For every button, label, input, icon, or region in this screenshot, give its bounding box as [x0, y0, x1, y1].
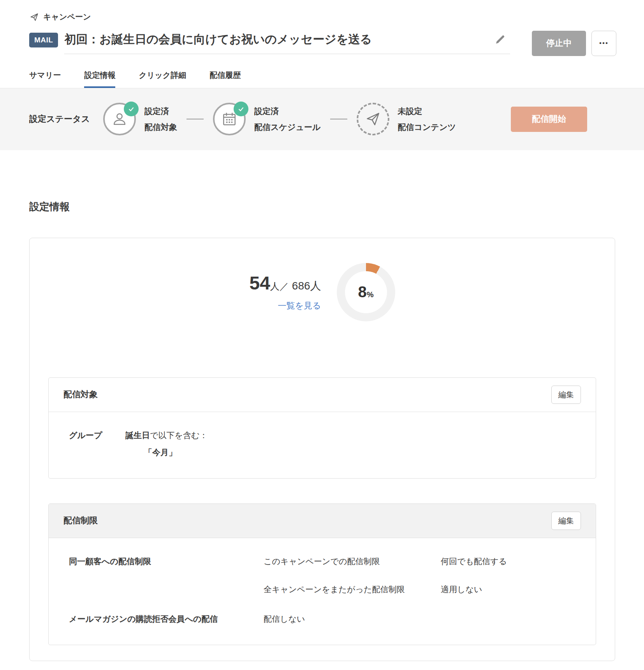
main-content: 設定情報 54人／686人 一覧を見る 8% 配信対象 編集	[0, 200, 644, 670]
percent-unit: %	[367, 290, 374, 299]
group-condition: 誕生日で以下を含む： 「今月」	[125, 430, 581, 458]
page-header: キャンペーン MAIL 初回：お誕生日の会員に向けてお祝いのメッセージを送る 停…	[0, 0, 644, 88]
restriction-row-same-customer: 同一顧客への配信制限 このキャンペーンでの配信制限 何回でも配信する 全キャンペ…	[69, 556, 581, 595]
restriction-value: 配信しない	[264, 614, 581, 624]
sent-count: 54	[249, 273, 270, 293]
step-status: 未設定	[398, 106, 456, 117]
check-icon	[234, 102, 248, 116]
breadcrumb-label: キャンペーン	[43, 12, 91, 22]
sent-unit: 人／	[270, 281, 289, 291]
target-panel: 配信対象 編集 グループ 誕生日で以下を含む： 「今月」	[48, 377, 596, 479]
restriction-label: 同一顧客への配信制限	[69, 556, 264, 567]
status-steps: 設定済 配信対象 設定済 配信スケジュール 未設定	[103, 103, 456, 135]
paper-plane-icon	[29, 12, 39, 22]
tab-settings[interactable]: 設定情報	[84, 70, 115, 88]
tab-bar: サマリー 設定情報 クリック詳細 配信履歴	[29, 70, 616, 88]
tab-summary[interactable]: サマリー	[29, 70, 61, 88]
percent-value: 8	[358, 283, 367, 301]
step-labels: 設定済 配信スケジュール	[254, 106, 320, 133]
target-panel-body: グループ 誕生日で以下を含む： 「今月」	[49, 412, 596, 478]
condition-field: 誕生日	[125, 431, 150, 440]
check-icon	[124, 102, 139, 116]
title-row: MAIL 初回：お誕生日の会員に向けてお祝いのメッセージを送る 停止中 •••	[29, 31, 616, 56]
restriction-panel-header: 配信制限 編集	[49, 504, 596, 538]
start-delivery-button[interactable]: 配信開始	[511, 107, 587, 132]
restriction-edit-button[interactable]: 編集	[551, 512, 581, 530]
group-row: グループ 誕生日で以下を含む： 「今月」	[69, 430, 581, 458]
condition-line: 誕生日で以下を含む：	[125, 430, 581, 441]
restriction-panel-body: 同一顧客への配信制限 このキャンペーンでの配信制限 何回でも配信する 全キャンペ…	[49, 538, 596, 645]
campaign-title: 初回：お誕生日の会員に向けてお祝いのメッセージを送る	[64, 32, 489, 47]
title-actions: 停止中 •••	[532, 31, 616, 56]
section-title: 設定情報	[29, 200, 615, 214]
step-name: 配信対象	[144, 122, 177, 133]
mail-badge: MAIL	[29, 33, 58, 47]
step-labels: 未設定 配信コンテンツ	[398, 106, 456, 133]
step-connector	[330, 119, 347, 119]
donut-chart: 8%	[337, 263, 395, 321]
step-labels: 設定済 配信対象	[144, 106, 177, 133]
step-delivery-schedule[interactable]: 設定済 配信スケジュール	[213, 103, 320, 135]
tab-click-detail[interactable]: クリック詳細	[139, 70, 186, 88]
step-connector	[187, 119, 204, 119]
step-circle-unset	[357, 103, 389, 135]
group-label: グループ	[69, 430, 125, 441]
condition-suffix: で以下を含む：	[150, 431, 208, 440]
step-name: 配信コンテンツ	[398, 122, 456, 133]
ellipsis-icon: •••	[599, 39, 609, 47]
paper-plane-icon	[364, 110, 382, 128]
donut-hole: 8%	[345, 271, 387, 313]
tab-delivery-history[interactable]: 配信履歴	[209, 70, 241, 88]
step-status: 設定済	[144, 106, 177, 117]
target-panel-title: 配信対象	[63, 389, 98, 400]
restriction-value: 何回でも配信する	[441, 556, 581, 567]
more-button[interactable]: •••	[591, 31, 616, 56]
status-button[interactable]: 停止中	[532, 31, 586, 56]
summary-numbers: 54人／686人 一覧を見る	[249, 272, 321, 312]
step-delivery-content[interactable]: 未設定 配信コンテンツ	[357, 103, 456, 135]
target-edit-button[interactable]: 編集	[551, 386, 581, 404]
step-name: 配信スケジュール	[254, 122, 320, 133]
status-band: 設定ステータス 設定済 配信対象 設定済	[0, 88, 644, 150]
step-delivery-target[interactable]: 設定済 配信対象	[103, 103, 177, 135]
edit-pencil-icon[interactable]	[494, 33, 506, 45]
campaign-title-field[interactable]: 初回：お誕生日の会員に向けてお祝いのメッセージを送る	[64, 31, 510, 54]
delivery-summary: 54人／686人 一覧を見る 8%	[30, 263, 615, 321]
view-list-link[interactable]: 一覧を見る	[278, 300, 321, 312]
settings-card: 54人／686人 一覧を見る 8% 配信対象 編集 グループ 誕生日で以下を含む…	[29, 238, 615, 661]
restriction-label: メールマガジンの購読拒否会員への配信	[69, 614, 264, 624]
condition-value: 「今月」	[144, 447, 581, 458]
restriction-panel: 配信制限 編集 同一顧客への配信制限 このキャンペーンでの配信制限 何回でも配信…	[48, 503, 596, 645]
restriction-row-optout: メールマガジンの購読拒否会員への配信 配信しない	[69, 614, 581, 624]
breadcrumb[interactable]: キャンペーン	[29, 12, 91, 22]
restriction-value: 適用しない	[441, 584, 581, 595]
step-status: 設定済	[254, 106, 320, 117]
step-circle	[213, 103, 246, 135]
restriction-panel-title: 配信制限	[63, 515, 98, 526]
count-line: 54人／686人	[249, 272, 321, 294]
restriction-name: このキャンペーンでの配信制限	[264, 556, 441, 567]
restriction-name: 全キャンペーンをまたがった配信制限	[264, 584, 441, 595]
step-circle	[103, 103, 136, 135]
status-label: 設定ステータス	[29, 113, 90, 125]
total-count: 686人	[292, 280, 321, 292]
target-panel-header: 配信対象 編集	[49, 378, 596, 412]
